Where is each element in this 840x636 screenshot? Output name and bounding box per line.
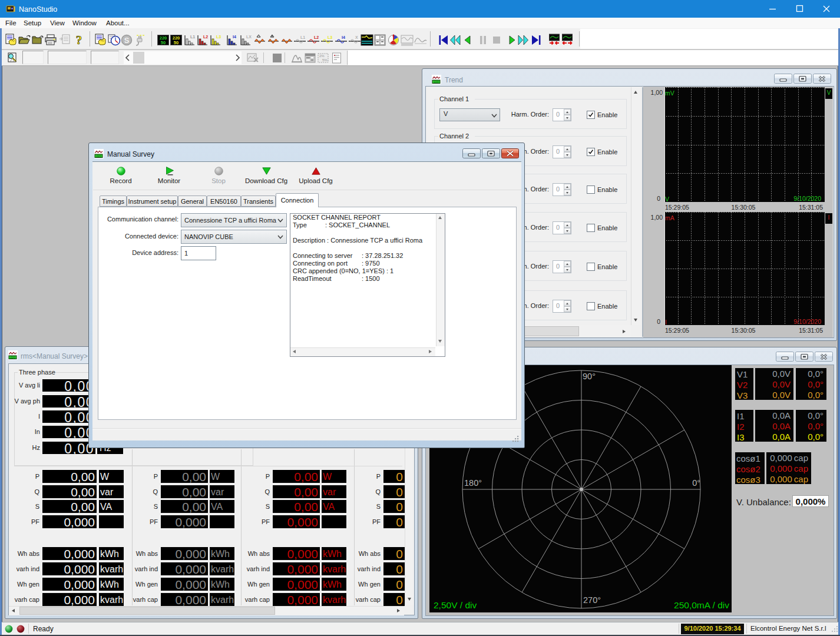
svg-text:L1: L1 [300, 35, 305, 39]
svg-text:2%: 2% [319, 54, 325, 58]
svg-text:I4: I4 [342, 35, 345, 39]
svg-text:S: S [124, 36, 130, 45]
svg-text:5%: 5% [322, 58, 328, 62]
svg-text:LX: LX [246, 35, 252, 39]
svg-text:50: 50 [174, 40, 178, 45]
svg-text:L2: L2 [314, 35, 319, 39]
svg-text:L2: L2 [203, 35, 208, 39]
svg-text:220: 220 [96, 154, 101, 158]
svg-text:220: 220 [434, 80, 439, 84]
svg-text:L1: L1 [190, 35, 195, 39]
svg-text:220: 220 [10, 356, 15, 359]
svg-text:?: ? [76, 33, 82, 46]
svg-text:L3: L3 [328, 35, 332, 39]
svg-text:I4: I4 [233, 35, 236, 39]
svg-text:L3: L3 [216, 35, 221, 39]
svg-text:50: 50 [161, 40, 166, 45]
svg-text:X: X [355, 35, 358, 39]
